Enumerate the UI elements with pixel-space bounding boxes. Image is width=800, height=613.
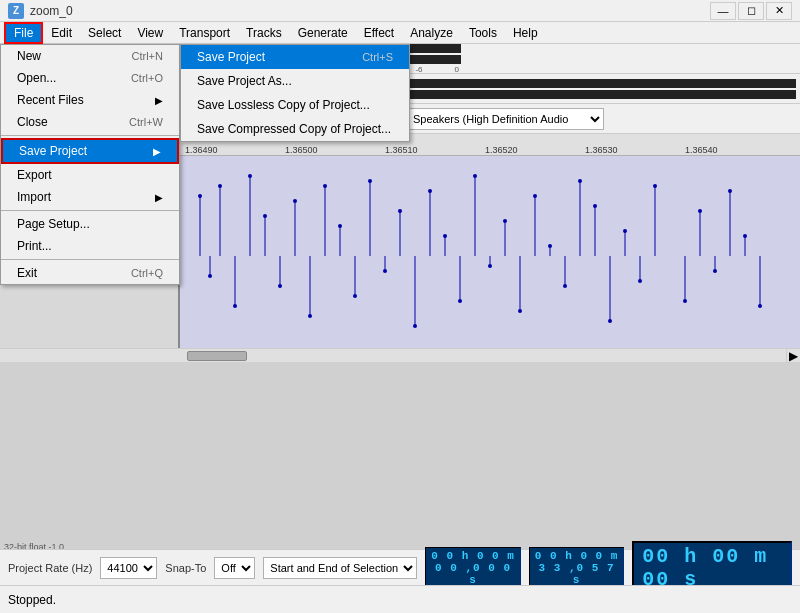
svg-point-44 bbox=[263, 214, 267, 218]
submenu-save-lossless[interactable]: Save Lossless Copy of Project... bbox=[181, 93, 409, 117]
file-menu-sep-2 bbox=[1, 210, 179, 211]
empty-track-area bbox=[0, 362, 800, 554]
svg-point-62 bbox=[533, 194, 537, 198]
svg-point-49 bbox=[338, 224, 342, 228]
project-rate-select[interactable]: 44100 bbox=[100, 557, 157, 579]
svg-point-61 bbox=[518, 309, 522, 313]
minimize-button[interactable]: — bbox=[710, 2, 736, 20]
open-label: Open... bbox=[17, 71, 56, 85]
speaker-select[interactable]: Speakers (High Definition Audio bbox=[404, 108, 604, 130]
snap-to-select[interactable]: Off bbox=[214, 557, 255, 579]
recent-arrow: ▶ bbox=[155, 95, 163, 106]
ruler-val-4: 1.36520 bbox=[485, 145, 518, 155]
svg-point-73 bbox=[713, 269, 717, 273]
submenu-save-as[interactable]: Save Project As... bbox=[181, 69, 409, 93]
menu-tracks[interactable]: Tracks bbox=[238, 22, 290, 44]
svg-point-42 bbox=[233, 304, 237, 308]
save-project-label: Save Project bbox=[19, 144, 87, 158]
export-label: Export bbox=[17, 168, 52, 182]
svg-point-39 bbox=[198, 194, 202, 198]
svg-point-71 bbox=[683, 299, 687, 303]
svg-point-57 bbox=[458, 299, 462, 303]
window-title: zoom_0 bbox=[30, 4, 73, 18]
title-bar-controls: — ◻ ✕ bbox=[710, 2, 792, 20]
svg-point-66 bbox=[593, 204, 597, 208]
horizontal-scrollbar[interactable]: ▶ bbox=[0, 348, 800, 362]
menu-export[interactable]: Export bbox=[1, 164, 179, 186]
menu-bar: File Edit Select View Transport Tracks G… bbox=[0, 22, 800, 44]
svg-point-54 bbox=[413, 324, 417, 328]
menu-open[interactable]: Open... Ctrl+O bbox=[1, 67, 179, 89]
ruler-val-5: 1.36530 bbox=[585, 145, 618, 155]
selection-type-select[interactable]: Start and End of Selection bbox=[263, 557, 417, 579]
scrollbar-thumb[interactable] bbox=[187, 351, 247, 361]
maximize-button[interactable]: ◻ bbox=[738, 2, 764, 20]
svg-point-58 bbox=[473, 174, 477, 178]
selection-end-display: 0 0 h 0 0 m 3 3 ,0 5 7 s bbox=[529, 547, 625, 589]
db-label-0: 0 bbox=[455, 65, 459, 74]
open-shortcut: Ctrl+O bbox=[131, 72, 163, 84]
waveform-svg bbox=[180, 156, 800, 348]
svg-point-51 bbox=[368, 179, 372, 183]
project-rate-label: Project Rate (Hz) bbox=[8, 562, 92, 574]
menu-exit[interactable]: Exit Ctrl+Q bbox=[1, 262, 179, 284]
svg-point-69 bbox=[638, 279, 642, 283]
exit-shortcut: Ctrl+Q bbox=[131, 267, 163, 279]
menu-save-project[interactable]: Save Project ▶ bbox=[1, 138, 179, 164]
ruler-val-2: 1.36500 bbox=[285, 145, 318, 155]
menu-help[interactable]: Help bbox=[505, 22, 546, 44]
import-label: Import bbox=[17, 190, 51, 204]
ruler-val-1: 1.36490 bbox=[185, 145, 218, 155]
menu-effect[interactable]: Effect bbox=[356, 22, 402, 44]
menu-import[interactable]: Import ▶ bbox=[1, 186, 179, 208]
submenu-save-compressed[interactable]: Save Compressed Copy of Project... bbox=[181, 117, 409, 141]
svg-point-53 bbox=[398, 209, 402, 213]
svg-point-50 bbox=[353, 294, 357, 298]
svg-point-76 bbox=[758, 304, 762, 308]
svg-point-41 bbox=[218, 184, 222, 188]
track-waveform-panel: 32-bit float -1.0 bbox=[180, 156, 800, 348]
file-menu-dropdown: New Ctrl+N Open... Ctrl+O Recent Files ▶… bbox=[0, 44, 180, 285]
file-menu-sep-3 bbox=[1, 259, 179, 260]
svg-point-46 bbox=[293, 199, 297, 203]
save-project-arrow: ▶ bbox=[153, 146, 161, 157]
menu-page-setup[interactable]: Page Setup... bbox=[1, 213, 179, 235]
menu-analyze[interactable]: Analyze bbox=[402, 22, 461, 44]
svg-point-59 bbox=[488, 264, 492, 268]
menu-generate[interactable]: Generate bbox=[290, 22, 356, 44]
exit-label: Exit bbox=[17, 266, 37, 280]
new-shortcut: Ctrl+N bbox=[132, 50, 163, 62]
ruler-val-6: 1.36540 bbox=[685, 145, 718, 155]
menu-edit[interactable]: Edit bbox=[43, 22, 80, 44]
svg-point-45 bbox=[278, 284, 282, 288]
scrollbar-track[interactable] bbox=[180, 349, 786, 362]
svg-point-40 bbox=[208, 274, 212, 278]
menu-print[interactable]: Print... bbox=[1, 235, 179, 257]
page-setup-label: Page Setup... bbox=[17, 217, 90, 231]
menu-new[interactable]: New Ctrl+N bbox=[1, 45, 179, 67]
close-label: Close bbox=[17, 115, 48, 129]
menu-transport[interactable]: Transport bbox=[171, 22, 238, 44]
submenu-save-project[interactable]: Save Project Ctrl+S bbox=[181, 45, 409, 69]
menu-file[interactable]: File bbox=[4, 22, 43, 44]
svg-point-74 bbox=[728, 189, 732, 193]
recent-label: Recent Files bbox=[17, 93, 84, 107]
svg-point-55 bbox=[428, 189, 432, 193]
save-project-submenu: Save Project Ctrl+S Save Project As... S… bbox=[180, 44, 410, 142]
submenu-save-compressed-label: Save Compressed Copy of Project... bbox=[197, 122, 391, 136]
menu-close[interactable]: Close Ctrl+W bbox=[1, 111, 179, 133]
svg-point-68 bbox=[623, 229, 627, 233]
scrollbar-right-arrow[interactable]: ▶ bbox=[786, 349, 800, 363]
menu-recent-files[interactable]: Recent Files ▶ bbox=[1, 89, 179, 111]
menu-view[interactable]: View bbox=[129, 22, 171, 44]
snap-to-label: Snap-To bbox=[165, 562, 206, 574]
status-text: Stopped. bbox=[8, 593, 56, 607]
svg-point-67 bbox=[608, 319, 612, 323]
menu-select[interactable]: Select bbox=[80, 22, 129, 44]
close-button[interactable]: ✕ bbox=[766, 2, 792, 20]
menu-tools[interactable]: Tools bbox=[461, 22, 505, 44]
close-shortcut: Ctrl+W bbox=[129, 116, 163, 128]
file-menu-sep-1 bbox=[1, 135, 179, 136]
db-label-6: -6 bbox=[415, 65, 422, 74]
svg-point-64 bbox=[563, 284, 567, 288]
